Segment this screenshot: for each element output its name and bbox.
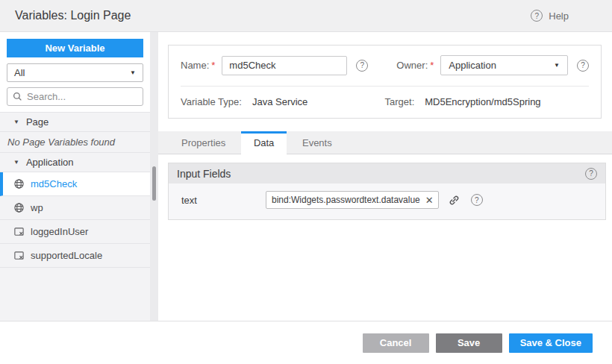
variable-item-label: wp [31,202,43,213]
variable-type-value: Java Service [252,96,307,107]
target-label: Target: [385,96,415,107]
input-field-row: text bind:Widgets.passwordtext.datavalue… [169,191,605,209]
sidebar-item-md5check[interactable]: md5Check [0,172,150,196]
tab-data[interactable]: Data [241,131,287,154]
tree-group-application-label: Application [26,157,74,168]
sidebar-scrollbar[interactable] [150,32,158,321]
new-variable-button[interactable]: New Variable [7,39,143,57]
sidebar-item-supportedlocale[interactable]: supportedLocale [0,244,150,268]
tab-events[interactable]: Events [290,132,345,154]
tree-group-page-label: Page [26,116,49,128]
page-title: Variables: Login Page [15,9,531,22]
save-and-close-button[interactable]: Save & Close [509,333,593,353]
variable-summary-card: Name:* ? Owner:* Application ▼ ? Variabl… [168,45,602,119]
owner-help-icon[interactable]: ? [577,60,589,72]
type-target-row: Variable Type: Java Service Target: MD5E… [181,96,589,107]
link-icon[interactable] [448,194,460,207]
dialog-footer: Cancel Save Save & Close [0,321,612,364]
sidebar-item-loggedinuser[interactable]: loggedInUser [0,220,150,244]
caret-down-icon: ▼ [554,62,560,69]
scrollbar-thumb[interactable] [152,166,156,201]
tree-group-application[interactable]: ▼ Application [0,153,150,172]
name-owner-row: Name:* ? Owner:* Application ▼ ? [181,55,589,75]
variable-icon [13,226,25,237]
input-fields-title: Input Fields [177,168,585,180]
variable-detail-panel: Name:* ? Owner:* Application ▼ ? Variabl… [158,32,612,321]
globe-icon [13,178,25,189]
field-help-icon[interactable]: ? [471,194,483,206]
collapse-arrow-icon: ▼ [13,159,19,166]
filter-selected-value: All [14,67,25,78]
sidebar-item-wp[interactable]: wp [0,196,150,220]
search-box[interactable] [7,87,143,106]
variables-tree: ▼ Page No Page Variables found ▼ Applica… [0,112,150,321]
page-variables-empty-text: No Page Variables found [0,132,150,153]
variable-type-label: Variable Type: [181,96,242,107]
field-label-text: text [181,195,266,206]
variables-dialog: Variables: Login Page ? Help New Variabl… [0,0,612,364]
save-button[interactable]: Save [436,333,502,353]
required-marker: * [211,60,215,71]
input-fields-header: Input Fields ? [169,163,605,183]
variable-item-label: supportedLocale [31,250,102,261]
help-label: Help [549,10,569,22]
sidebar-controls: New Variable All ▼ [0,32,150,112]
help-button[interactable]: ? Help [531,10,569,22]
dialog-header: Variables: Login Page ? Help [0,0,612,32]
tab-properties[interactable]: Properties [169,132,238,154]
name-label: Name:* [181,60,215,71]
owner-selected-value: Application [449,60,496,71]
tree-group-page[interactable]: ▼ Page [0,113,150,132]
input-fields-body: text bind:Widgets.passwordtext.datavalue… [169,183,605,219]
detail-tabs: Properties Data Events [158,131,612,154]
required-marker: * [430,60,434,71]
bind-expression-value: bind:Widgets.passwordtext.datavalue [272,195,420,205]
input-fields-help-icon[interactable]: ? [585,168,597,180]
variables-sidebar: New Variable All ▼ ▼ Page No Page Variab… [0,32,150,321]
clear-bind-icon[interactable]: ✕ [425,195,434,205]
target-value: MD5Encryption/md5Spring [425,96,540,107]
globe-icon [13,202,25,213]
card-divider [181,86,589,87]
owner-label: Owner:* [396,60,434,71]
input-fields-panel: Input Fields ? text bind:Widgets.passwor… [168,163,606,220]
name-field[interactable] [222,56,347,75]
caret-down-icon: ▼ [130,69,136,76]
variable-icon [13,250,25,261]
search-input[interactable] [27,91,137,102]
owner-select[interactable]: Application ▼ [440,55,568,75]
cancel-button[interactable]: Cancel [363,333,429,353]
variable-item-label: loggedInUser [31,226,88,237]
name-help-icon[interactable]: ? [356,60,368,72]
variable-filter-select[interactable]: All ▼ [7,63,143,82]
bind-expression-field[interactable]: bind:Widgets.passwordtext.datavalue ✕ [266,191,439,209]
collapse-arrow-icon: ▼ [13,119,19,125]
variable-item-label: md5Check [31,178,77,189]
search-icon [13,92,22,101]
help-circle-icon: ? [531,10,543,22]
